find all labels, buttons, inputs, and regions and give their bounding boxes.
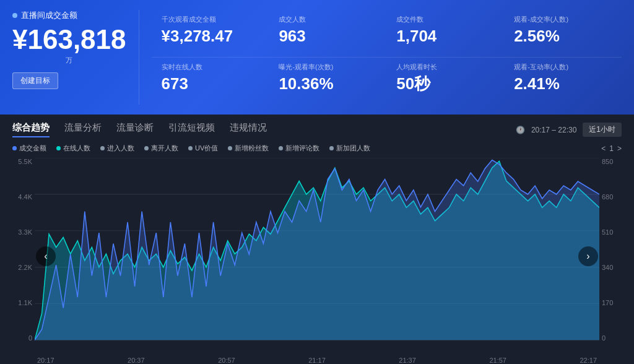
- x-axis-label: 21:57: [489, 357, 506, 364]
- legend-item[interactable]: 离开人数: [144, 144, 178, 153]
- legend-pagination: < 1 >: [601, 144, 622, 153]
- metric-value-1: 963: [279, 28, 376, 44]
- legend-item[interactable]: 进入人数: [100, 144, 134, 153]
- y-axis-left-label: 2.2K: [12, 264, 32, 271]
- x-axis-label: 21:17: [308, 357, 326, 364]
- chart-area: 5.5K4.4K3.3K2.2K1.1K0 ‹ › 85068051034017…: [12, 158, 622, 354]
- y-axis-right-label: 0: [602, 334, 622, 342]
- metric-cell-4: 实时在线人数 673: [152, 58, 269, 105]
- tab-bar: 综合趋势 流量分析 流量诊断 引流短视频 违规情况 🕐 20:17 – 22:3…: [12, 122, 622, 137]
- chart-prev-button[interactable]: ‹: [36, 246, 56, 266]
- metric-label-1: 成交人数: [279, 15, 376, 24]
- metric-label-2: 成交件数: [396, 15, 494, 24]
- clock-icon: 🕐: [516, 126, 525, 134]
- y-axis-right-label: 680: [602, 193, 622, 201]
- x-axis-label: 22:17: [580, 357, 597, 364]
- y-axis-left: 5.5K4.4K3.3K2.2K1.1K0: [12, 158, 35, 354]
- status-dot-icon: [12, 13, 17, 18]
- metric-label-7: 观看-互动率(人数): [514, 63, 612, 72]
- metric-value-6: 50秒: [396, 76, 494, 92]
- y-axis-right: 8506805103401700: [599, 158, 622, 354]
- metric-cell-5: 曝光-观看率(次数) 10.36%: [269, 58, 386, 105]
- main-metric-title: 直播间成交金额: [12, 10, 126, 21]
- x-axis-label: 21:37: [399, 357, 416, 364]
- metric-label-0: 千次观看成交全额: [162, 15, 259, 24]
- legend-item[interactable]: 新加团人数: [329, 144, 370, 153]
- main-revenue-unit: 万: [12, 56, 126, 65]
- y-axis-right-label: 850: [602, 158, 622, 165]
- time-range-text: 20:17 – 22:30: [531, 126, 576, 134]
- tab-short-video[interactable]: 引流短视频: [168, 122, 215, 137]
- legend-item[interactable]: 成交金额: [12, 144, 46, 153]
- y-axis-left-label: 1.1K: [12, 299, 32, 306]
- chart-next-button[interactable]: ›: [578, 246, 598, 266]
- bottom-panel: 综合趋势 流量分析 流量诊断 引流短视频 违规情况 🕐 20:17 – 22:3…: [0, 115, 634, 364]
- legend-row: 成交金额在线人数进入人数离开人数UV价值新增粉丝数新增评论数新加团人数< 1 >: [12, 144, 622, 153]
- legend-item[interactable]: UV价值: [188, 144, 218, 153]
- metric-value-0: ¥3,278.47: [162, 28, 259, 44]
- metric-label-5: 曝光-观看率(次数): [279, 63, 376, 72]
- metric-value-4: 673: [162, 76, 259, 92]
- metric-value-3: 2.56%: [514, 28, 612, 44]
- tabs-container: 综合趋势 流量分析 流量诊断 引流短视频 违规情况: [12, 122, 267, 137]
- x-axis-label: 20:37: [128, 357, 145, 364]
- metric-cell-2: 成交件数 1,704: [386, 10, 504, 58]
- create-goal-button[interactable]: 创建目标: [12, 72, 58, 89]
- tab-traffic-analysis[interactable]: 流量分析: [64, 122, 102, 137]
- metric-cell-3: 观看-成交率(人数) 2.56%: [504, 10, 622, 58]
- chart-svg: [35, 158, 599, 354]
- metric-label-6: 人均观看时长: [396, 63, 494, 72]
- prev-page-icon[interactable]: <: [601, 144, 606, 153]
- time-range-section: 🕐 20:17 – 22:30 近1小时: [516, 123, 622, 137]
- metric-cell-0: 千次观看成交全额 ¥3,278.47: [152, 10, 269, 58]
- metric-label-4: 实时在线人数: [162, 63, 259, 72]
- metric-value-5: 10.36%: [279, 76, 376, 92]
- x-axis-label: 20:17: [37, 357, 54, 364]
- metric-cell-1: 成交人数 963: [269, 10, 386, 58]
- metric-cell-7: 观看-互动率(人数) 2.41%: [504, 58, 622, 105]
- main-metric-label: 直播间成交金额: [21, 10, 77, 21]
- legend-item[interactable]: 新增粉丝数: [228, 144, 269, 153]
- metric-label-3: 观看-成交率(人数): [514, 15, 612, 24]
- legend-item[interactable]: 在线人数: [56, 144, 90, 153]
- next-page-icon[interactable]: >: [617, 144, 622, 153]
- legend-item[interactable]: 新增评论数: [279, 144, 319, 153]
- x-axis-label: 20:57: [218, 357, 235, 364]
- y-axis-left-label: 3.3K: [12, 228, 32, 236]
- tab-comprehensive-trend[interactable]: 综合趋势: [12, 122, 50, 137]
- y-axis-right-label: 170: [602, 299, 622, 306]
- y-axis-left-label: 0: [12, 334, 32, 342]
- metrics-grid: 千次观看成交全额 ¥3,278.47 成交人数 963 成交件数 1,704 观…: [139, 10, 622, 105]
- y-axis-right-label: 340: [602, 264, 622, 271]
- metric-value-7: 2.41%: [514, 76, 612, 92]
- tab-traffic-diagnosis[interactable]: 流量诊断: [116, 122, 154, 137]
- y-axis-left-label: 5.5K: [12, 158, 32, 165]
- x-axis: 20:1720:3720:5721:1721:3721:5722:17: [12, 354, 622, 364]
- y-axis-left-label: 4.4K: [12, 193, 32, 201]
- metric-value-2: 1,704: [396, 28, 494, 44]
- metric-cell-6: 人均观看时长 50秒: [386, 58, 504, 105]
- time-range-button[interactable]: 近1小时: [583, 123, 622, 137]
- y-axis-right-label: 510: [602, 228, 622, 236]
- main-revenue-value: ¥163,818: [12, 26, 126, 53]
- tab-violations[interactable]: 违规情况: [230, 122, 267, 137]
- top-panel: 直播间成交金额 ¥163,818 万 创建目标 千次观看成交全额 ¥3,278.…: [0, 0, 634, 115]
- main-metric-section: 直播间成交金额 ¥163,818 万 创建目标: [12, 10, 139, 105]
- chart-inner: ‹ ›: [35, 158, 599, 354]
